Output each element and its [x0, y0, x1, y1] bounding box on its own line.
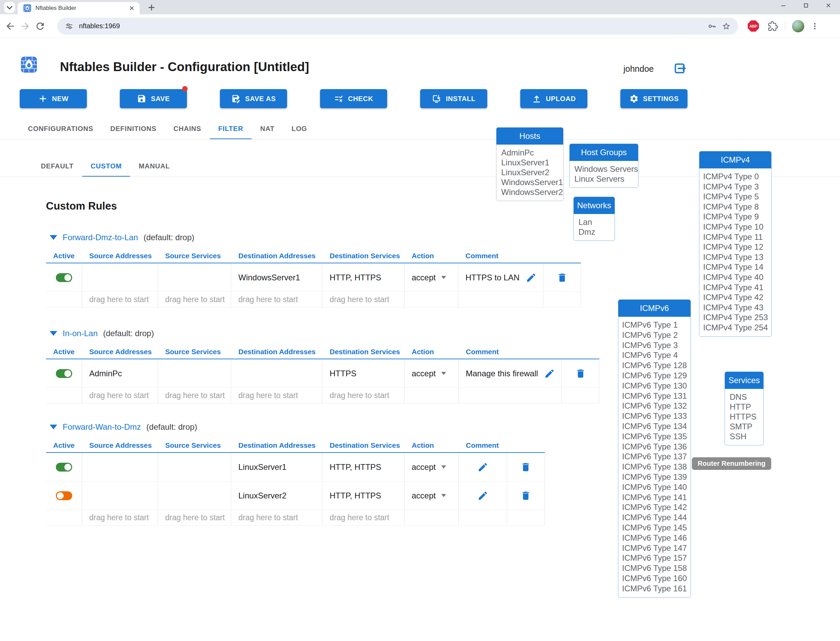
tab-log[interactable]: LOG [283, 118, 316, 140]
drop-target[interactable]: drag here to start [158, 292, 231, 308]
draggable-item[interactable]: ICMPv6 Type 140 [618, 482, 691, 492]
section-name[interactable]: Forward-Dmz-to-Lan [63, 233, 138, 242]
drop-target[interactable]: drag here to start [82, 388, 158, 404]
cell-destination-services[interactable]: HTTP, HTTPS [323, 263, 404, 292]
drop-target[interactable]: drag here to start [323, 510, 404, 526]
collapse-triangle-icon[interactable] [50, 331, 57, 336]
draggable-item[interactable]: HTTPS [725, 412, 763, 422]
draggable-item[interactable]: ICMPv4 Type 0 [699, 171, 771, 182]
drop-target[interactable]: drag here to start [82, 292, 158, 308]
draggable-item[interactable]: ICMPv6 Type 3 [618, 340, 691, 350]
cell-destination-services[interactable]: HTTP, HTTPS [323, 482, 404, 510]
close-window-icon[interactable] [825, 2, 832, 9]
draggable-item[interactable]: ICMPv6 Type 136 [618, 441, 691, 452]
draggable-item[interactable]: ICMPv4 Type 10 [699, 222, 771, 232]
collapse-triangle-icon[interactable] [50, 425, 57, 429]
tab-filter[interactable]: FILTER [210, 118, 252, 140]
cell-destination-services[interactable]: HTTP, HTTPS [323, 453, 404, 482]
draggable-item[interactable]: LinuxServer1 [496, 158, 563, 167]
password-key-icon[interactable] [708, 22, 716, 31]
draggable-item[interactable]: ICMPv6 Type 144 [618, 512, 691, 523]
cell-action[interactable]: accept [404, 263, 458, 292]
draggable-item[interactable]: ICMPv6 Type 157 [618, 553, 691, 563]
browser-tab[interactable]: Nftables Builder [18, 2, 140, 14]
delete-rule-trash-icon[interactable] [520, 490, 531, 501]
cell-destination-services[interactable]: HTTPS [323, 359, 404, 388]
draggable-item[interactable]: ICMPv4 Type 253 [699, 312, 771, 322]
subtab-custom[interactable]: CUSTOM [82, 155, 130, 177]
draggable-item[interactable]: ICMPv6 Type 141 [618, 492, 691, 502]
draggable-item[interactable]: ICMPv6 Type 142 [618, 502, 691, 512]
draggable-item[interactable]: SMTP [725, 422, 763, 432]
draggable-item[interactable]: ICMPv4 Type 13 [699, 252, 771, 263]
tab-definitions[interactable]: DEFINITIONS [102, 118, 165, 140]
draggable-item[interactable]: ICMPv6 Type 135 [618, 432, 691, 441]
draggable-item[interactable]: ICMPv4 Type 41 [699, 282, 771, 293]
draggable-item[interactable]: HTTP [725, 402, 763, 412]
draggable-item[interactable]: ICMPv4 Type 254 [699, 322, 771, 333]
extensions-puzzle-icon[interactable] [768, 21, 778, 31]
draggable-item[interactable]: ICMPv4 Type 3 [699, 182, 771, 192]
subtab-manual[interactable]: MANUAL [130, 155, 178, 177]
draggable-item[interactable]: ICMPv4 Type 43 [699, 303, 771, 312]
cell-action[interactable]: accept [404, 359, 459, 388]
draggable-item[interactable]: ICMPv6 Type 139 [618, 472, 691, 482]
draggable-item[interactable]: ICMPv6 Type 132 [618, 401, 691, 411]
active-toggle[interactable] [56, 463, 72, 472]
draggable-item[interactable]: ICMPv6 Type 1 [618, 320, 691, 330]
draggable-item[interactable]: ICMPv4 Type 40 [699, 272, 771, 282]
cell-destination-addresses[interactable]: LinuxServer1 [231, 453, 323, 482]
draggable-item[interactable]: ICMPv6 Type 160 [618, 573, 691, 583]
cell-destination-addresses[interactable] [231, 359, 323, 388]
draggable-item[interactable]: Lan [574, 217, 615, 227]
active-toggle[interactable] [56, 273, 72, 282]
cell-source-addresses[interactable] [82, 453, 158, 482]
draggable-item[interactable]: AdminPc [496, 148, 563, 158]
draggable-item[interactable]: ICMPv6 Type 131 [618, 391, 691, 401]
install-button[interactable]: INSTALL [420, 89, 487, 108]
delete-rule-trash-icon[interactable] [520, 462, 531, 473]
draggable-item[interactable]: ICMPv6 Type 129 [618, 370, 691, 381]
draggable-item[interactable]: DNS [725, 392, 763, 402]
minimize-icon[interactable] [780, 2, 787, 9]
draggable-item[interactable]: SSH [725, 432, 763, 441]
delete-rule-trash-icon[interactable] [557, 272, 568, 283]
draggable-item[interactable]: LinuxServer2 [496, 167, 563, 177]
draggable-item[interactable]: Windows Servers [570, 164, 638, 174]
draggable-item[interactable]: ICMPv6 Type 4 [618, 350, 691, 360]
reload-icon[interactable] [35, 21, 45, 32]
cell-source-addresses[interactable]: AdminPc [82, 359, 158, 388]
draggable-item[interactable]: Dmz [574, 227, 615, 237]
back-icon[interactable] [5, 21, 16, 32]
drop-target[interactable]: drag here to start [323, 292, 404, 308]
maximize-icon[interactable] [803, 2, 809, 9]
tab-configurations[interactable]: CONFIGURATIONS [19, 118, 102, 140]
check-button[interactable]: CHECK [320, 89, 387, 108]
draggable-item[interactable]: ICMPv6 Type 147 [618, 543, 691, 553]
cell-action[interactable]: accept [404, 453, 459, 482]
draggable-item[interactable]: ICMPv4 Type 12 [699, 242, 771, 252]
site-settings-tune-icon[interactable] [65, 22, 74, 31]
new-button[interactable]: NEW [20, 89, 87, 108]
edit-comment-pencil-icon[interactable] [477, 490, 488, 501]
draggable-item[interactable]: ICMPv6 Type 133 [618, 411, 691, 421]
draggable-item[interactable]: ICMPv4 Type 11 [699, 232, 771, 242]
draggable-item[interactable]: ICMPv6 Type 134 [618, 421, 691, 432]
draggable-item[interactable]: WindowsServer1 [496, 177, 563, 187]
draggable-item[interactable]: ICMPv6 Type 146 [618, 533, 691, 543]
draggable-item[interactable]: ICMPv6 Type 2 [618, 330, 691, 340]
upload-button[interactable]: UPLOAD [520, 89, 587, 108]
draggable-item[interactable]: ICMPv6 Type 128 [618, 360, 691, 370]
forward-icon[interactable] [20, 21, 31, 32]
save-button[interactable]: SAVE [120, 89, 187, 108]
tab-chains[interactable]: CHAINS [165, 118, 209, 140]
drop-target[interactable]: drag here to start [82, 510, 158, 526]
cell-source-services[interactable] [158, 482, 231, 510]
profile-avatar[interactable] [792, 20, 804, 32]
draggable-item[interactable]: WindowsServer2 [496, 187, 563, 197]
delete-rule-trash-icon[interactable] [575, 368, 586, 379]
cell-action[interactable]: accept [404, 482, 459, 510]
section-name[interactable]: In-on-Lan [63, 329, 98, 338]
draggable-item[interactable]: ICMPv6 Type 145 [618, 523, 691, 533]
browser-menu-kebab-icon[interactable] [810, 22, 819, 31]
